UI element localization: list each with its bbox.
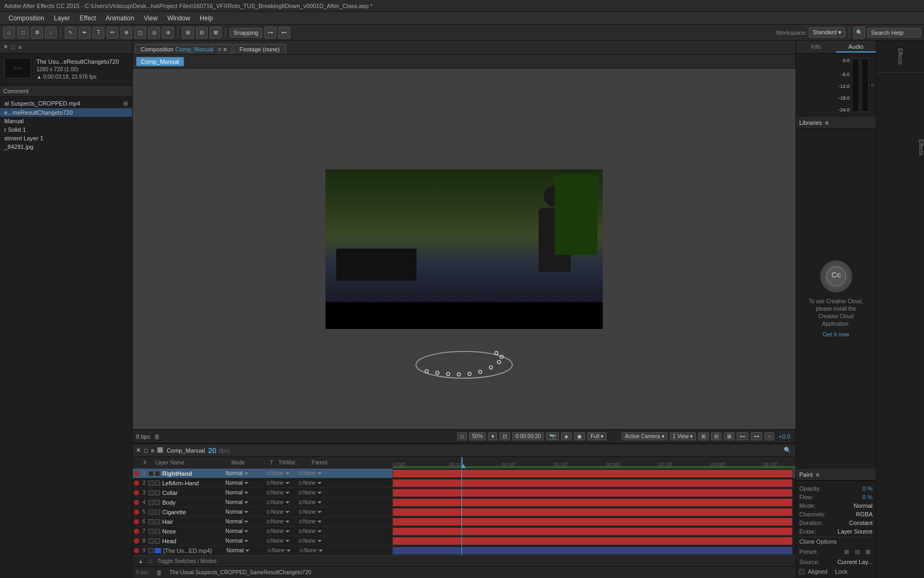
layer-9-trkmat[interactable]: ⊙ None (267, 547, 299, 553)
3d-btn[interactable]: ⊶ (751, 432, 762, 440)
layer-1-trkmat[interactable]: ⊙ None (266, 470, 298, 476)
layer-8-mode[interactable]: Normal (225, 538, 259, 544)
layer-9-parent[interactable]: ⊙ None (299, 547, 337, 553)
new-comp-btn[interactable]: □ (17, 27, 29, 39)
puppet-btn[interactable]: ⊛ (162, 27, 174, 39)
layer-6-mode[interactable]: Normal (225, 519, 259, 524)
layer-9-shy[interactable] (148, 548, 154, 553)
layer-6-parent[interactable]: ⊙ None (298, 519, 336, 524)
search-btn[interactable]: 🔍 (853, 27, 865, 39)
layer-5-shy[interactable] (148, 509, 154, 515)
project-item-1[interactable]: al Suspects_CROPPED.mp4 ⊞ (0, 99, 132, 108)
layer-6-shy[interactable] (148, 519, 154, 524)
layer-3-mode[interactable]: Normal (225, 490, 259, 496)
layer-3-solo[interactable] (155, 490, 160, 496)
layer-4-shy[interactable] (148, 500, 154, 505)
snap-toggle[interactable]: ⊶ (264, 27, 276, 39)
layer-1-shy[interactable] (148, 471, 154, 476)
aligned-checkbox[interactable] (799, 569, 805, 574)
layer-2-mode-arrow[interactable] (244, 482, 248, 484)
preset-next-btn[interactable]: ⊟ (852, 547, 862, 557)
layer-5-mode-arrow[interactable] (244, 511, 248, 513)
tab-audio[interactable]: Audio (836, 42, 876, 52)
menu-effect[interactable]: Effect (75, 13, 100, 23)
layer-row-1[interactable]: 1 RightHand Normal ⊙ None (133, 469, 392, 478)
roto-btn[interactable]: ◎ (148, 27, 160, 39)
layer-4-solo[interactable] (155, 500, 160, 505)
draft-btn[interactable]: ○ (764, 432, 774, 440)
track-bar-8[interactable] (393, 537, 792, 545)
layer-5-trkmat[interactable]: ⊙ None (266, 509, 298, 515)
settings-btn[interactable]: ⚙ (31, 27, 43, 39)
cc-link[interactable]: Get it now (823, 331, 850, 337)
layer-6-solo[interactable] (155, 519, 160, 524)
color-btn[interactable]: ◈ (561, 432, 572, 440)
layer-7-vis[interactable] (134, 529, 139, 534)
track-bar-6[interactable] (393, 518, 792, 526)
cam-btn[interactable]: ⊟ (196, 27, 208, 39)
track-bar-1[interactable] (393, 470, 792, 477)
layer-9-parent-arrow[interactable] (319, 550, 323, 552)
tab-composition[interactable]: Composition Comp_Manual ✕ ≡ (135, 44, 232, 54)
light-btn[interactable]: ⊠ (210, 27, 222, 39)
layer-3-parent[interactable]: ⊙ None (298, 490, 336, 496)
search-field[interactable]: Search Help (867, 28, 921, 37)
home-btn[interactable]: ⌂ (3, 27, 15, 39)
layer-8-parent-arrow[interactable] (317, 540, 322, 542)
views-dropdown[interactable]: 1 View ▾ (670, 432, 696, 440)
layer-4-trkmat-arrow[interactable] (285, 501, 290, 504)
layer-2-solo[interactable] (155, 481, 160, 486)
menu-animation[interactable]: Animation (101, 13, 138, 23)
track-bar-4[interactable] (393, 499, 792, 506)
layer-row-5[interactable]: 5 Cigarette Normal ⊙ None (133, 507, 392, 517)
project-item-4[interactable]: r Solid 1 (0, 125, 132, 134)
project-item-6[interactable]: _84291.jpg (0, 142, 132, 151)
layer-9-vis[interactable] (134, 548, 139, 553)
clone-btn[interactable]: ⊕ (120, 27, 132, 39)
layer-2-mode[interactable]: Normal (225, 480, 259, 486)
select-btn[interactable]: ↖ (65, 27, 77, 39)
guide-btn[interactable]: ⊟ (711, 432, 722, 440)
snapshot-btn[interactable]: 📷 (546, 432, 559, 440)
tab-libraries[interactable]: Libraries (799, 119, 822, 126)
layer-7-shy[interactable] (148, 529, 154, 534)
menu-window[interactable]: Window (163, 13, 194, 23)
opacity-value[interactable]: 0 % (837, 485, 873, 492)
snapping-label[interactable]: Snapping (230, 28, 262, 37)
layer-9-mode-arrow[interactable] (245, 550, 249, 552)
playhead[interactable] (461, 457, 463, 468)
fit-btn[interactable]: ⊡ (499, 432, 510, 440)
layer-1-solo[interactable] (155, 471, 160, 476)
layer-2-trkmat[interactable]: ⊙ None (266, 480, 298, 486)
layer-5-parent-arrow[interactable] (317, 511, 322, 513)
layer-1-parent-arrow[interactable] (317, 472, 322, 475)
toggle-switches-modes[interactable]: Toggle Switches / Modes (157, 558, 217, 564)
track-bar-9[interactable] (393, 547, 792, 554)
layer-3-trkmat-arrow[interactable] (285, 492, 290, 494)
layer-1-vis[interactable] (134, 471, 139, 476)
layer-row-2[interactable]: 2 LeftArm-Hand Normal ⊙ None (133, 478, 392, 488)
timecode-display[interactable]: 0:00:00:20 (512, 432, 544, 440)
project-item-5[interactable]: stment Layer 1 (0, 134, 132, 142)
menu-layer[interactable]: Layer (50, 13, 74, 23)
effects-vertical-tab[interactable]: Effects (876, 41, 924, 73)
layer-4-parent[interactable]: ⊙ None (298, 499, 336, 505)
bottom-delete-btn[interactable]: 🗑 (154, 568, 164, 577)
zoom-dropdown[interactable]: ▾ (488, 432, 497, 440)
project-item-3[interactable]: Manual (0, 117, 132, 125)
rulers-btn[interactable]: ⊠ (724, 432, 734, 440)
layer-3-vis[interactable] (134, 490, 139, 496)
delete-btn[interactable]: 🗑 (153, 432, 162, 441)
layer-row-8[interactable]: 8 Head Normal ⊙ None (133, 536, 392, 546)
text-btn[interactable]: T (93, 27, 104, 39)
layer-3-trkmat[interactable]: ⊙ None (266, 490, 298, 496)
layer-7-trkmat[interactable]: ⊙ None (266, 528, 298, 534)
layer-4-trkmat[interactable]: ⊙ None (266, 499, 298, 505)
layer-6-vis[interactable] (134, 519, 139, 524)
layer-4-parent-arrow[interactable] (317, 501, 322, 504)
search-timeline-btn[interactable]: 🔍 (783, 446, 792, 455)
layer-4-mode-arrow[interactable] (244, 501, 248, 504)
transparency-btn[interactable]: ◉ (574, 432, 585, 440)
layer-8-trkmat[interactable]: ⊙ None (266, 538, 298, 544)
layer-7-parent[interactable]: ⊙ None (298, 528, 336, 534)
